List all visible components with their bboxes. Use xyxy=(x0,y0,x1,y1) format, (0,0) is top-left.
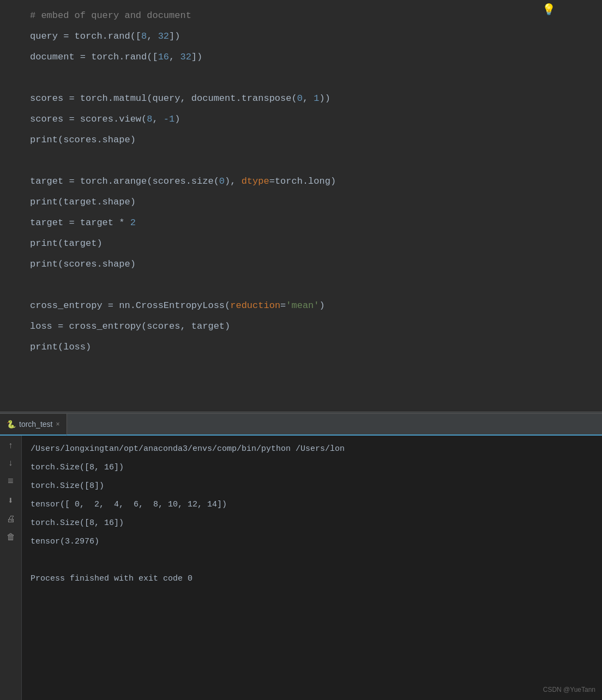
code-line-target1: target = torch.arange(scores.size(0), dt… xyxy=(30,171,602,192)
code-line-loss: loss = cross_entropy(scores, target) xyxy=(30,316,602,337)
term-line-tensor2: tensor(3.2976) xyxy=(31,533,593,551)
code-line-target2: target = target * 2 xyxy=(30,213,602,233)
lightbulb-icon: 💡 xyxy=(542,3,556,16)
code-line-print-target: print(target) xyxy=(30,233,602,254)
terminal-sidebar: ↑ ↓ ≡ ⬇ 🖨 🗑 xyxy=(0,436,22,700)
terminal-area: 🐍 torch_test × ↑ ↓ ≡ ⬇ 🖨 🗑 /Users/longxi… xyxy=(0,414,602,700)
term-line-size2: torch.Size([8]) xyxy=(31,477,593,496)
code-line-cross-entropy: cross_entropy = nn.CrossEntropyLoss(redu… xyxy=(30,295,602,316)
code-line-comment1: # embed of query and document xyxy=(30,5,602,26)
code-line-blank2 xyxy=(30,150,602,171)
term-line-tensor1: tensor([ 0, 2, 4, 6, 8, 10, 12, 14]) xyxy=(31,496,593,514)
scroll-down-icon[interactable]: ↓ xyxy=(8,458,14,468)
code-line-scores2: scores = scores.view(8, -1) xyxy=(30,109,602,130)
scroll-up-icon[interactable]: ↑ xyxy=(8,441,14,451)
tab-label: torch_test xyxy=(19,420,52,429)
tab-close-button[interactable]: × xyxy=(56,420,59,428)
code-line-print-target-shape: print(target.shape) xyxy=(30,192,602,213)
terminal-tab-torch-test[interactable]: 🐍 torch_test × xyxy=(0,414,67,436)
term-line-blank xyxy=(31,551,593,570)
code-line-print-loss: print(loss) xyxy=(30,337,602,358)
code-line-scores1: scores = torch.matmul(query, document.tr… xyxy=(30,88,602,109)
print-icon[interactable]: 🖨 xyxy=(7,514,15,524)
term-line-size3: torch.Size([8, 16]) xyxy=(31,514,593,533)
code-line-query: query = torch.rand([8, 32]) xyxy=(30,26,602,47)
code-line-document: document = torch.rand([16, 32]) xyxy=(30,47,602,68)
term-line-path: /Users/longxingtan/opt/anaconda3/envs/co… xyxy=(31,440,593,458)
code-line-blank1 xyxy=(30,68,602,88)
terminal-tab-bar: 🐍 torch_test × xyxy=(0,414,602,436)
term-line-exit: Process finished with exit code 0 xyxy=(31,570,593,588)
delete-icon[interactable]: 🗑 xyxy=(7,532,15,542)
code-line-print-scores-shape: print(scores.shape) xyxy=(30,130,602,150)
code-line-print-scores-shape2: print(scores.shape) xyxy=(30,254,602,275)
filter-icon[interactable]: ≡ xyxy=(8,476,14,487)
watermark: CSDN @YueTann xyxy=(543,686,595,693)
download-icon[interactable]: ⬇ xyxy=(8,494,14,506)
code-line-blank3 xyxy=(30,275,602,295)
terminal-content: ↑ ↓ ≡ ⬇ 🖨 🗑 /Users/longxingtan/opt/anaco… xyxy=(0,436,602,700)
editor-area: 💡 # embed of query and document query = … xyxy=(0,0,602,412)
python-icon: 🐍 xyxy=(7,420,16,429)
terminal-output: /Users/longxingtan/opt/anaconda3/envs/co… xyxy=(22,436,602,700)
term-line-size1: torch.Size([8, 16]) xyxy=(31,458,593,477)
